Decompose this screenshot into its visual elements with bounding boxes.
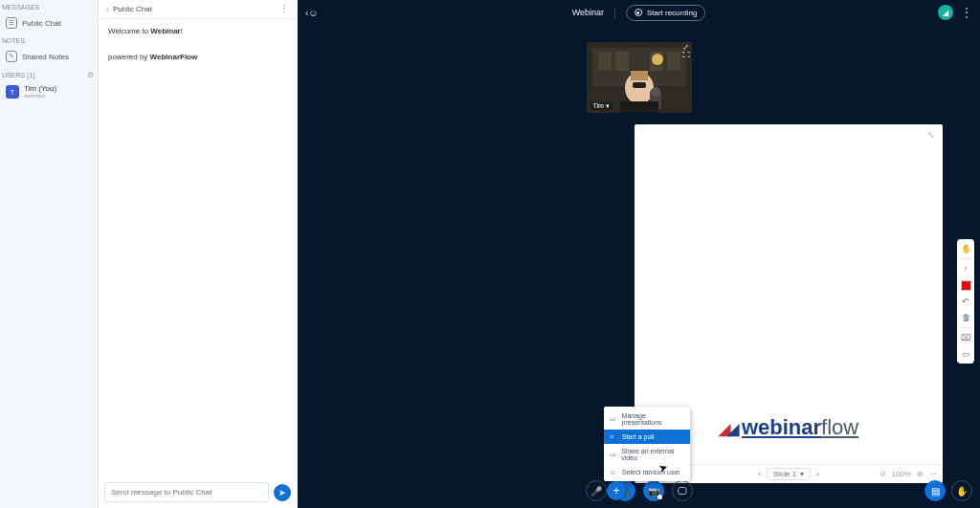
prev-slide-icon[interactable]: ‹ — [758, 470, 761, 478]
presentation-expand-icon[interactable]: ⤡ — [927, 130, 935, 140]
chat-powered: powered by WebinarFlow — [108, 53, 287, 61]
mute-button[interactable]: 🎤 — [586, 480, 607, 501]
tool-pointer-icon[interactable]: ↑ — [959, 262, 972, 276]
tool-undo-icon[interactable]: ↶ — [959, 295, 972, 308]
public-chat-label: Public Chat — [22, 19, 61, 28]
zoom-in-icon[interactable]: ⊕ — [917, 470, 924, 478]
chat-title: Public Chat — [113, 5, 152, 13]
action-select-random-user[interactable]: ☺ Select random user — [604, 465, 690, 479]
user-meta: Tim (You) webcam — [24, 85, 56, 99]
brand-word1: webinar — [742, 415, 821, 439]
main-area: ‹☺ Webinar | Start recording ◢ ⋮ — [298, 0, 980, 508]
actions-menu: ▭ Manage presentations ≡ Start a poll ▭ … — [604, 407, 690, 481]
media-controls: 🎤 🎧 📷 🖵 — [586, 480, 693, 501]
session-name: Webinar — [572, 8, 604, 17]
svg-rect-12 — [620, 101, 658, 113]
record-icon — [635, 9, 642, 16]
webcam-mute-icon: ▾ — [606, 102, 610, 109]
chat-options-icon[interactable]: ⋮ — [278, 4, 289, 14]
brand-logo: ◢◢ webinarflow — [719, 415, 858, 440]
users-settings-icon[interactable]: ⚙ — [87, 71, 94, 79]
svg-point-6 — [652, 54, 663, 65]
slide-nav: ‹ Slide 1 ▾ › — [758, 468, 819, 480]
svg-rect-9 — [633, 82, 646, 88]
action-label: Manage presentations — [622, 412, 684, 426]
presentation-footer-right: ⊖ 100% ⊕ ↔ — [880, 470, 937, 478]
send-button[interactable]: ➤ — [274, 484, 291, 501]
top-bar: ‹☺ Webinar | Start recording ◢ ⋮ — [298, 0, 980, 25]
record-label: Start recording — [647, 9, 697, 17]
chat-header: ‹ Public Chat ⋮ — [99, 0, 297, 19]
app-root: MESSAGES ☰ Public Chat NOTES ✎ Shared No… — [0, 0, 980, 508]
welcome-suffix: ! — [181, 27, 183, 35]
slide-label: Slide 1 — [773, 470, 796, 478]
send-icon: ➤ — [278, 488, 286, 497]
slide-selector[interactable]: Slide 1 ▾ — [767, 468, 811, 480]
layout-button[interactable]: ▤ — [924, 480, 946, 501]
notes-header: NOTES — [0, 33, 98, 46]
top-left: ‹☺ — [305, 8, 319, 18]
action-manage-presentations[interactable]: ▭ Manage presentations — [604, 409, 690, 430]
svg-rect-2 — [598, 52, 612, 71]
powered-prefix: powered by — [108, 53, 150, 61]
webcam-fullscreen-icon[interactable]: ⤢⛶ — [682, 44, 690, 59]
action-share-external-video[interactable]: ▭ Share an external video — [604, 444, 690, 465]
random-user-icon: ☺ — [610, 469, 617, 475]
svg-point-11 — [651, 87, 660, 97]
shared-notes-label: Shared Notes — [22, 53, 69, 61]
main-options-icon[interactable]: ⋮ — [961, 6, 972, 19]
user-name: Tim (You) — [24, 85, 56, 93]
user-row[interactable]: T Tim (You) webcam — [0, 81, 98, 102]
connection-status-icon[interactable]: ◢ — [938, 5, 953, 20]
action-label: Start a poll — [622, 433, 654, 440]
chevron-down-icon: ▾ — [800, 470, 804, 478]
fit-screen-icon[interactable]: ↔ — [929, 470, 937, 478]
record-button[interactable]: Start recording — [626, 5, 705, 21]
avatar: T — [6, 85, 19, 99]
action-label: Share an external video — [621, 448, 684, 461]
chat-icon: ☰ — [6, 17, 17, 29]
welcome-prefix: Welcome to — [108, 27, 150, 35]
sidebar-item-shared-notes[interactable]: ✎ Shared Notes — [0, 46, 98, 67]
tool-color-swatch[interactable] — [959, 278, 972, 292]
next-slide-icon[interactable]: › — [816, 470, 819, 478]
share-screen-button[interactable]: 🖵 — [672, 480, 693, 501]
powered-bold: WebinarFlow — [150, 53, 198, 61]
chat-welcome: Welcome to Webinar! — [108, 27, 287, 35]
webcam-tile[interactable]: Tim ▾ ⤢⛶ — [587, 42, 692, 113]
users-header: USERS (1) — [2, 72, 35, 78]
chat-panel: ‹ Public Chat ⋮ Welcome to Webinar! powe… — [99, 0, 298, 508]
collapse-users-icon[interactable]: ‹☺ — [305, 8, 319, 18]
chat-messages: Welcome to Webinar! powered by WebinarFl… — [99, 19, 297, 476]
svg-rect-5 — [667, 52, 680, 71]
welcome-bold: Webinar — [150, 27, 180, 35]
presentation-icon: ▭ — [610, 415, 617, 423]
chat-input[interactable] — [104, 482, 269, 502]
svg-rect-8 — [631, 71, 648, 80]
tool-trash-icon[interactable]: 🗑 — [959, 311, 972, 324]
top-center: Webinar | Start recording — [572, 5, 706, 21]
raise-hand-button[interactable]: ✋ — [951, 480, 972, 501]
webcam-name: Tim ▾ — [590, 102, 612, 110]
actions-plus-button[interactable]: + — [607, 481, 626, 500]
action-start-poll[interactable]: ≡ Start a poll — [604, 430, 690, 444]
tool-text-icon[interactable]: ⌧ — [959, 331, 972, 344]
notes-icon: ✎ — [6, 51, 17, 62]
chat-back-icon[interactable]: ‹ — [106, 5, 109, 14]
action-label: Select random user — [622, 469, 680, 475]
webcam-name-text: Tim — [593, 102, 604, 109]
top-right: ◢ ⋮ — [938, 5, 972, 20]
sidebar-item-public-chat[interactable]: ☰ Public Chat — [0, 12, 98, 33]
zoom-out-icon[interactable]: ⊖ — [880, 470, 886, 478]
zoom-level: 100% — [892, 470, 911, 478]
svg-rect-3 — [615, 52, 629, 71]
tool-hand-icon[interactable]: ✋ — [959, 242, 972, 255]
bottom-right-controls: ▤ ✋ — [924, 480, 972, 501]
whiteboard-toolbar: ✋ ↑ ↶ 🗑 ⌧ ▭ — [957, 239, 974, 364]
tool-more-icon[interactable]: ▭ — [959, 347, 972, 361]
external-video-icon: ▭ — [610, 451, 616, 458]
brand-word2: flow — [821, 415, 858, 439]
webcam-button[interactable]: 📷 — [643, 480, 664, 501]
messages-header: MESSAGES — [0, 0, 98, 12]
poll-icon: ≡ — [610, 433, 617, 440]
